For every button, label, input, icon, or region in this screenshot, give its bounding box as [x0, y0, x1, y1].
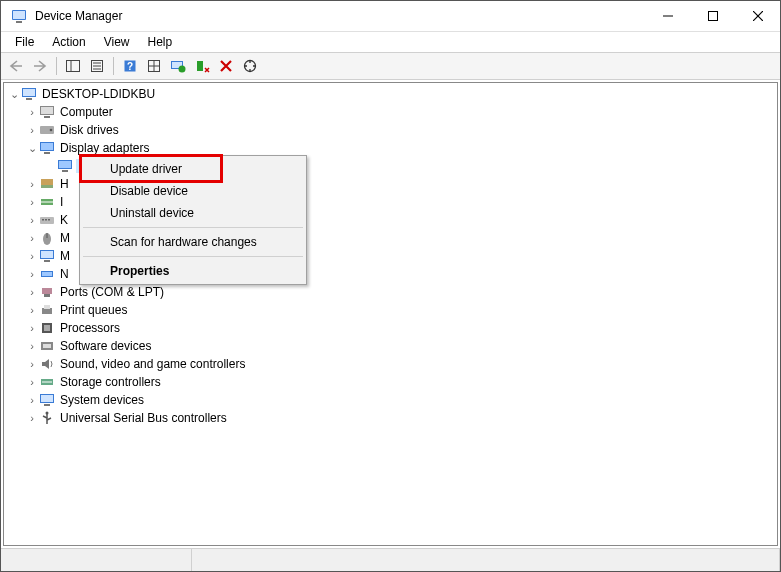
uninstall-device-button[interactable]	[215, 55, 237, 77]
expander-icon[interactable]: ›	[26, 376, 38, 388]
back-button[interactable]	[5, 55, 27, 77]
tree-item-system[interactable]: › System devices	[4, 391, 777, 409]
maximize-button[interactable]	[690, 1, 735, 31]
minimize-icon	[663, 11, 673, 21]
svg-rect-21	[197, 61, 203, 71]
svg-point-30	[50, 129, 53, 132]
display-adapter-icon	[57, 158, 73, 174]
tree-label: Ports (COM & LPT)	[58, 285, 166, 299]
context-menu-properties[interactable]: Properties	[82, 260, 304, 282]
tree-item-software-devices[interactable]: › Software devices	[4, 337, 777, 355]
help-button[interactable]: ?	[119, 55, 141, 77]
toolbar-separator	[56, 57, 57, 75]
window-controls	[645, 1, 780, 31]
tree-label: System devices	[58, 393, 146, 407]
menubar: File Action View Help	[1, 32, 780, 52]
svg-rect-55	[44, 305, 50, 309]
tree-label: N	[58, 267, 71, 281]
disk-icon	[39, 122, 55, 138]
expander-icon[interactable]: ›	[26, 232, 38, 244]
app-icon	[11, 8, 27, 24]
titlebar: Device Manager	[1, 1, 780, 32]
expander-icon[interactable]: ›	[26, 358, 38, 370]
tree-label: Print queues	[58, 303, 129, 317]
usb-icon	[39, 410, 55, 426]
expander-icon[interactable]: ›	[26, 394, 38, 406]
forward-button[interactable]	[29, 55, 51, 77]
tree-item-print-queues[interactable]: › Print queues	[4, 301, 777, 319]
tree-label: Software devices	[58, 339, 153, 353]
expander-icon[interactable]: ›	[26, 250, 38, 262]
show-hidden-button[interactable]	[143, 55, 165, 77]
properties-button[interactable]	[86, 55, 108, 77]
svg-rect-33	[44, 152, 50, 154]
close-icon	[753, 11, 763, 21]
context-menu-separator	[83, 256, 303, 257]
tree-item-processors[interactable]: › Processors	[4, 319, 777, 337]
tree-label: Processors	[58, 321, 122, 335]
context-menu-disable-device[interactable]: Disable device	[82, 180, 304, 202]
svg-point-20	[179, 66, 186, 73]
computer-icon	[21, 86, 37, 102]
close-button[interactable]	[735, 1, 780, 31]
svg-rect-53	[44, 294, 50, 297]
context-menu-update-driver[interactable]: Update driver	[82, 158, 304, 180]
scan-hardware-button[interactable]	[239, 55, 261, 77]
tree-item-sound[interactable]: › Sound, video and game controllers	[4, 355, 777, 373]
show-hide-tree-button[interactable]	[62, 55, 84, 77]
svg-rect-48	[41, 251, 53, 258]
svg-text:?: ?	[127, 61, 133, 72]
svg-rect-2	[16, 21, 22, 23]
menu-view[interactable]: View	[96, 33, 138, 51]
expander-icon[interactable]: ›	[26, 286, 38, 298]
tree-item-disk-drives[interactable]: › Disk drives	[4, 121, 777, 139]
expander-icon[interactable]: ⌄	[8, 88, 20, 101]
tree-label: Storage controllers	[58, 375, 163, 389]
expander-icon[interactable]: ›	[26, 412, 38, 424]
content-pane: ⌄ DESKTOP-LDIDKBU › Computer › Disk driv…	[3, 82, 778, 546]
mouse-icon	[39, 230, 55, 246]
context-menu-separator	[83, 227, 303, 228]
svg-rect-28	[44, 116, 50, 118]
toolbar-separator	[113, 57, 114, 75]
expander-icon[interactable]: ›	[26, 304, 38, 316]
svg-rect-36	[62, 170, 68, 172]
expander-icon[interactable]: ›	[26, 178, 38, 190]
menu-action[interactable]: Action	[44, 33, 93, 51]
context-menu-uninstall-device[interactable]: Uninstall device	[82, 202, 304, 224]
device-manager-window: Device Manager File Action View Help	[0, 0, 781, 572]
expander-icon[interactable]: ›	[26, 214, 38, 226]
tree-root[interactable]: ⌄ DESKTOP-LDIDKBU	[4, 85, 777, 103]
arrow-right-icon	[32, 59, 48, 73]
svg-rect-1	[13, 11, 25, 19]
tree-label: Computer	[58, 105, 115, 119]
expander-icon[interactable]: ›	[26, 124, 38, 136]
menu-help[interactable]: Help	[140, 33, 181, 51]
statusbar-cell	[192, 549, 780, 571]
svg-rect-64	[44, 404, 50, 406]
tree-label: Universal Serial Bus controllers	[58, 411, 229, 425]
tree-label: Disk drives	[58, 123, 121, 137]
expander-icon[interactable]: ›	[26, 340, 38, 352]
disable-device-button[interactable]	[191, 55, 213, 77]
expander-icon[interactable]: ›	[26, 106, 38, 118]
tree-item-storage[interactable]: › Storage controllers	[4, 373, 777, 391]
svg-rect-37	[41, 179, 53, 185]
context-menu-scan-hardware[interactable]: Scan for hardware changes	[82, 231, 304, 253]
display-adapter-icon	[39, 140, 55, 156]
tree-label: M	[58, 231, 72, 245]
minimize-button[interactable]	[645, 1, 690, 31]
expander-icon[interactable]: ›	[26, 196, 38, 208]
expander-icon[interactable]: ›	[26, 322, 38, 334]
svg-rect-24	[23, 89, 35, 96]
svg-rect-27	[41, 107, 53, 114]
menu-file[interactable]: File	[7, 33, 42, 51]
tree-item-ports[interactable]: › Ports (COM & LPT)	[4, 283, 777, 301]
expander-icon[interactable]: ⌄	[26, 142, 38, 155]
panel-icon	[65, 58, 81, 74]
tree-item-usb[interactable]: › Universal Serial Bus controllers	[4, 409, 777, 427]
svg-rect-52	[42, 288, 52, 294]
expander-icon[interactable]: ›	[26, 268, 38, 280]
update-driver-button[interactable]	[167, 55, 189, 77]
tree-item-computer[interactable]: › Computer	[4, 103, 777, 121]
